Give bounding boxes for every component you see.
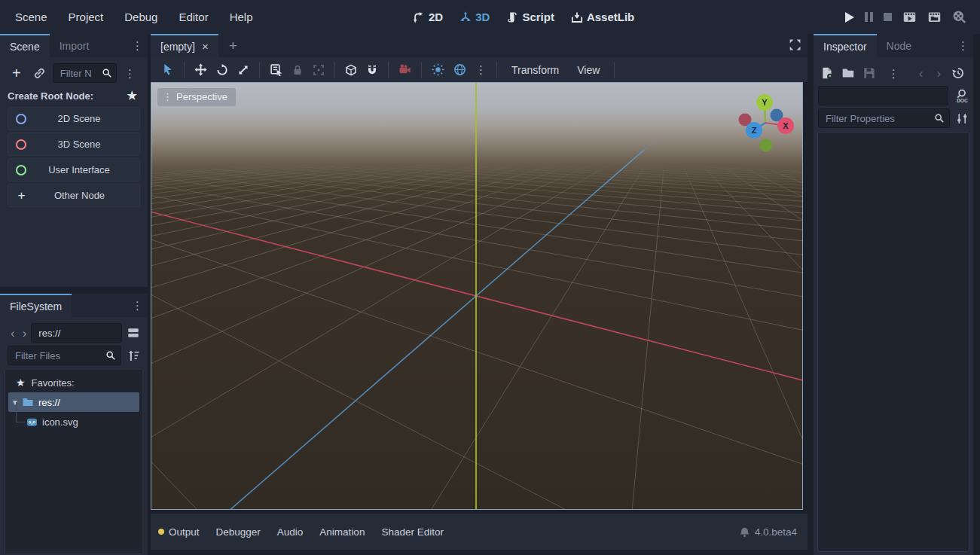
gizmo-neg-y-ball[interactable] [760, 139, 773, 152]
create-3d-scene-button[interactable]: 3D Scene [8, 133, 140, 156]
inspector-dock: Inspector Node ⋮ ⋮ ‹ › [814, 34, 973, 555]
filter-files-field[interactable] [8, 346, 121, 365]
transform-menu[interactable]: Transform [502, 64, 568, 76]
movie-maker-button[interactable] [952, 10, 966, 24]
bottom-tab-output[interactable]: Output [169, 526, 208, 538]
bottom-tab-shader-editor[interactable]: Shader Editor [373, 526, 452, 538]
create-other-node-label: Other Node [27, 190, 132, 201]
camera-preview-button[interactable] [394, 57, 416, 82]
filter-nodes-field[interactable] [53, 63, 117, 83]
open-docs-search-button[interactable] [954, 89, 969, 103]
viewport-menu-dots-icon: ⋮ [163, 92, 172, 102]
tree-row-res[interactable]: ▼ res:// [8, 392, 139, 412]
pause-button[interactable] [865, 12, 873, 22]
play-button[interactable] [845, 12, 854, 23]
scene-tab-label: [empty] [160, 41, 195, 53]
tab-inspector[interactable]: Inspector [814, 34, 877, 57]
bottom-tab-animation[interactable]: Animation [311, 526, 373, 538]
inspector-dock-menu-icon[interactable]: ⋮ [953, 40, 973, 51]
filesystem-dock-menu-icon[interactable]: ⋮ [127, 300, 148, 311]
tab-scene[interactable]: Scene [0, 34, 50, 57]
gizmo-z-label: Z [752, 126, 757, 135]
create-2d-scene-button[interactable]: 2D Scene [8, 107, 140, 130]
path-input[interactable] [37, 327, 116, 340]
bottom-tab-debugger[interactable]: Debugger [208, 526, 269, 538]
menu-help[interactable]: Help [219, 11, 264, 23]
nav-forward-button[interactable]: › [20, 327, 30, 340]
menu-editor[interactable]: Editor [168, 11, 218, 23]
axis-gizmo[interactable]: Y X Z [728, 85, 803, 160]
tab-empty-scene[interactable]: [empty] × [151, 34, 218, 57]
scene-tree-options-icon[interactable]: ⋮ [120, 68, 140, 79]
property-tools-button[interactable] [956, 112, 969, 125]
object-search-field[interactable] [818, 86, 948, 105]
world-environment-button[interactable] [449, 57, 471, 82]
close-tab-icon[interactable]: × [202, 40, 209, 53]
environment-options-icon[interactable]: ⋮ [471, 64, 491, 75]
bottom-panel-bar: Output Debugger Audio Animation Shader E… [151, 514, 808, 550]
lock-selected-button[interactable] [287, 57, 308, 82]
collapse-arrow-icon[interactable]: ▼ [11, 398, 19, 407]
mode-2d-button[interactable]: 2D [413, 11, 443, 23]
object-search-input[interactable] [824, 90, 942, 102]
tree-row-icon-svg[interactable]: icon.svg [5, 412, 142, 431]
sun-environment-button[interactable] [427, 57, 449, 82]
move-tool-button[interactable] [190, 57, 212, 82]
create-user-interface-button[interactable]: User Interface [8, 158, 140, 181]
bottom-tab-audio[interactable]: Audio [269, 526, 312, 538]
scene-dock: Scene Import ⋮ + ⋮ Create Root Node: ★ 2… [0, 34, 148, 287]
distraction-free-button[interactable] [789, 38, 801, 51]
tab-node[interactable]: Node [877, 34, 921, 57]
scale-tool-button[interactable] [233, 57, 254, 82]
path-field[interactable] [31, 323, 122, 343]
filter-properties-field[interactable] [818, 108, 950, 128]
version-label: 4.0.beta4 [755, 526, 797, 538]
mode-assetlib-button[interactable]: AssetLib [571, 11, 634, 23]
create-other-node-button[interactable]: + Other Node [8, 184, 140, 207]
load-resource-button[interactable] [841, 66, 855, 80]
snap-toggle-button[interactable] [362, 57, 383, 82]
resource-options-icon[interactable]: ⋮ [884, 68, 904, 79]
history-back-button[interactable]: ‹ [916, 67, 927, 80]
menu-debug[interactable]: Debug [114, 11, 168, 23]
add-node-button[interactable]: + [8, 66, 26, 81]
3d-viewport[interactable]: ⋮ Perspective Y X Z [151, 82, 803, 510]
play-scene-button[interactable] [902, 10, 917, 24]
filter-files-input[interactable] [14, 349, 115, 362]
new-resource-button[interactable] [820, 66, 834, 80]
tab-filesystem[interactable]: FileSystem [0, 294, 72, 317]
stop-button[interactable] [884, 13, 892, 21]
menu-scene[interactable]: Scene [5, 11, 58, 23]
menu-project[interactable]: Project [58, 11, 114, 23]
group-selected-button[interactable] [308, 57, 329, 82]
rotate-tool-button[interactable] [212, 57, 233, 82]
mode-3d-button[interactable]: 3D [459, 11, 490, 23]
list-select-button[interactable] [265, 57, 287, 82]
toggle-split-mode-button[interactable] [127, 326, 140, 340]
filter-properties-input[interactable] [824, 112, 944, 125]
group-icon [313, 64, 325, 76]
instance-scene-button[interactable] [33, 67, 45, 79]
tab-import[interactable]: Import [50, 34, 99, 57]
nav-back-button[interactable]: ‹ [8, 327, 18, 340]
mode-script-button[interactable]: Script [506, 11, 554, 23]
select-tool-button[interactable] [157, 57, 179, 82]
play-custom-scene-button[interactable] [927, 10, 942, 24]
edit-history-button[interactable] [951, 66, 965, 80]
sort-files-button[interactable] [127, 349, 140, 362]
plus-icon: + [16, 189, 27, 202]
save-resource-button[interactable] [862, 66, 876, 80]
new-scene-tab-button[interactable]: + [218, 34, 248, 57]
mesh-menu-button[interactable] [340, 57, 362, 82]
control-node-icon [16, 165, 26, 175]
favorites-row[interactable]: ★ Favorites: [5, 373, 142, 392]
viewport-grid [151, 83, 802, 509]
notification-bell-icon[interactable] [739, 526, 750, 538]
gizmo-x-label: X [783, 121, 789, 130]
favorites-star-icon[interactable]: ★ [127, 89, 137, 102]
scene-dock-menu-icon[interactable]: ⋮ [127, 40, 148, 51]
perspective-menu-button[interactable]: ⋮ Perspective [157, 88, 236, 106]
view-menu[interactable]: View [568, 64, 609, 76]
select-cursor-icon [161, 63, 174, 76]
history-forward-button[interactable]: › [933, 67, 944, 80]
